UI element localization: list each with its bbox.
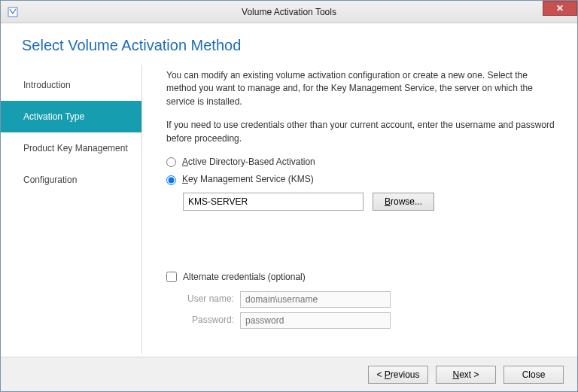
alt-credentials-label: Alternate credentials (optional)	[183, 271, 306, 284]
kms-server-row: Browse...	[183, 193, 556, 211]
radio-kms-label: Key Management Service (KMS)	[182, 173, 314, 186]
browse-button[interactable]: Browse...	[373, 193, 434, 211]
wizard-icon	[7, 6, 19, 18]
intro-paragraph-1: You can modify an existing volume activa…	[166, 69, 556, 108]
password-label: Password:	[183, 314, 240, 327]
sidebar-item-introduction[interactable]: Introduction	[1, 69, 141, 101]
main-area: Introduction Activation Type Product Key…	[1, 65, 577, 354]
wizard-footer: < Previous Next > Close	[1, 357, 577, 391]
title-bar: Volume Activation Tools ✕	[1, 1, 577, 23]
password-row: Password:	[183, 312, 556, 329]
radio-ad-activation-row[interactable]: Active Directory-Based Activation	[166, 156, 556, 169]
close-button[interactable]: Close	[503, 366, 564, 384]
username-input[interactable]	[240, 291, 391, 308]
window-close-button[interactable]: ✕	[543, 1, 577, 16]
sidebar-item-configuration[interactable]: Configuration	[1, 164, 141, 196]
radio-ad-activation-label: Active Directory-Based Activation	[182, 156, 315, 169]
alt-credentials-row[interactable]: Alternate credentials (optional)	[166, 271, 556, 284]
alt-credentials-checkbox[interactable]	[166, 272, 177, 282]
radio-kms[interactable]	[166, 175, 176, 185]
kms-server-input[interactable]	[183, 193, 364, 211]
sidebar-item-label: Introduction	[23, 80, 71, 90]
sidebar-item-activation-type[interactable]: Activation Type	[1, 101, 141, 132]
intro-paragraph-2: If you need to use credentials other tha…	[166, 119, 556, 145]
password-input[interactable]	[240, 312, 391, 329]
sidebar-item-label: Activation Type	[23, 111, 84, 122]
next-button[interactable]: Next >	[436, 366, 496, 384]
sidebar: Introduction Activation Type Product Key…	[1, 65, 142, 354]
previous-button[interactable]: < Previous	[368, 366, 428, 384]
sidebar-item-product-key[interactable]: Product Key Management	[1, 132, 141, 164]
close-icon: ✕	[556, 3, 564, 14]
radio-ad-activation[interactable]	[166, 157, 176, 167]
svg-rect-0	[8, 8, 17, 17]
window-title: Volume Activation Tools	[1, 7, 577, 17]
sidebar-item-label: Configuration	[23, 175, 77, 185]
sidebar-item-label: Product Key Management	[23, 143, 128, 153]
content-pane: You can modify an existing volume activa…	[142, 65, 577, 354]
page-heading: Select Volume Activation Method	[1, 23, 577, 65]
radio-kms-row[interactable]: Key Management Service (KMS)	[166, 173, 556, 186]
spacer	[166, 211, 556, 271]
username-row: User name:	[183, 291, 556, 308]
username-label: User name:	[183, 293, 240, 305]
